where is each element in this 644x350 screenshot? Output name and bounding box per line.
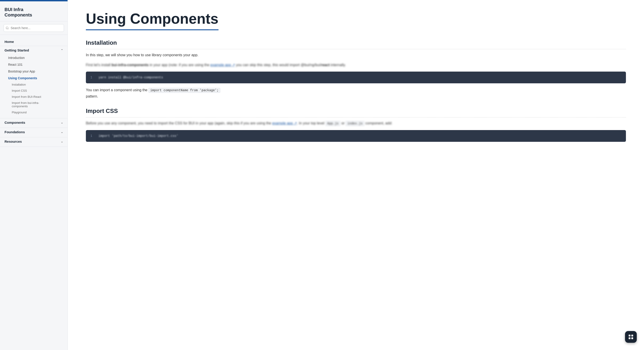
code-line-number: 1 [90,76,95,79]
resources-label: Resources [4,140,22,143]
installation-code-block: 1 yarn install @bui/infra-components [86,72,626,83]
home-label: Home [4,40,14,43]
sidebar-item-import-css[interactable]: Import CSS [0,88,68,94]
sidebar-item-import-bui-infra[interactable]: Import from bui-infra-components [0,100,68,109]
code-content-2: import 'path/to/bui-import/bui-import.cs… [98,134,622,138]
getting-started-sub-items: Introduction React 101 Bootstrap your Ap… [0,54,68,117]
sidebar-section-resources: Resources ⌄ [0,137,68,146]
sidebar: BUI Infra Components Home Getting Starte… [0,0,68,350]
sidebar-section-components: Components ⌄ [0,118,68,127]
sidebar-item-foundations[interactable]: Foundations ⌄ [0,128,68,136]
chevron-down-icon: ⌄ [61,121,63,124]
installation-intro: In this step, we will show you how to us… [86,52,626,58]
logo-text: BUI Infra Components [4,7,63,18]
you-can-import-label: You can import a component using the [86,88,147,92]
grid-dot-1 [629,335,630,337]
installation-blurred-text: First let's install bui-infra-components… [86,62,626,68]
pattern-text: pattern. [86,94,98,98]
sidebar-item-react101[interactable]: React 101 [0,61,68,68]
chevron-down-icon-2: ⌄ [61,130,63,134]
code-content: yarn install @bui/infra-components [98,76,622,79]
sidebar-item-using-components[interactable]: Using Components [0,75,68,81]
sidebar-item-bootstrap[interactable]: Bootstrap your App [0,68,68,75]
code-line-number-2: 1 [90,134,95,138]
grid-dot-3 [629,337,630,339]
import-pattern-text: You can import a component using the imp… [86,87,626,99]
sidebar-item-import-bui-react[interactable]: Import from BUI-React [0,94,68,100]
sidebar-item-playground[interactable]: Playground [0,109,68,115]
import-css-code-block: 1 import 'path/to/bui-import/bui-import.… [86,130,626,142]
components-label: Components [4,121,25,124]
sidebar-item-getting-started[interactable]: Getting Started ⌃ [0,46,68,54]
sidebar-item-resources[interactable]: Resources ⌄ [0,137,68,146]
import-css-heading: Import CSS [86,107,626,117]
float-action-button[interactable] [625,331,637,343]
sidebar-section-getting-started: Getting Started ⌃ Introduction React 101… [0,46,68,117]
import-css-section: Import CSS Before you use any component,… [86,107,626,142]
chevron-down-icon-3: ⌄ [61,140,63,143]
search-input[interactable] [4,24,64,32]
getting-started-label: Getting Started [4,48,29,52]
sidebar-item-home[interactable]: Home [0,37,68,46]
sidebar-nav: Home Getting Started ⌃ Introduction Reac… [0,35,68,350]
grid-dot-2 [631,335,633,337]
inline-code-import: import componentName from 'package'; [148,88,220,93]
sidebar-section-foundations: Foundations ⌄ [0,128,68,136]
chevron-up-icon: ⌃ [61,49,63,52]
sidebar-item-installation[interactable]: Installation [0,81,68,88]
sidebar-item-components[interactable]: Components ⌄ [0,118,68,127]
sidebar-logo: BUI Infra Components [0,1,68,21]
installation-heading: Installation [86,39,626,49]
grid-icon [629,335,633,339]
sidebar-search-container [0,21,68,35]
import-css-blurred-text: Before you use any component, you need t… [86,120,626,126]
grid-dot-4 [631,337,633,339]
sidebar-item-introduction[interactable]: Introduction [0,54,68,61]
foundations-label: Foundations [4,130,25,134]
main-content: Using Components Installation In this st… [68,0,644,350]
installation-section: Installation In this step, we will show … [86,39,626,99]
page-title: Using Components [86,11,218,30]
